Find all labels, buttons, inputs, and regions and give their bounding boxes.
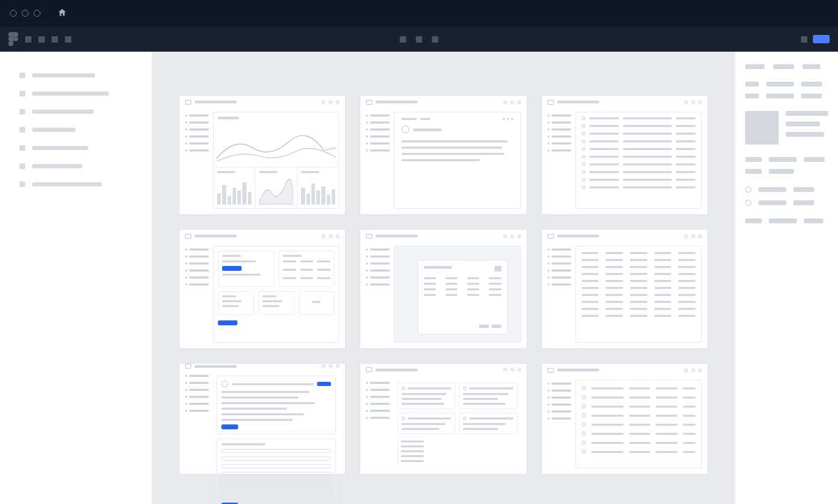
layers-panel xyxy=(0,52,152,504)
confirm-button xyxy=(492,325,501,328)
layer-item[interactable] xyxy=(20,181,132,187)
frame-header xyxy=(360,364,526,376)
color-swatch[interactable] xyxy=(745,111,779,144)
tool-text-icon[interactable] xyxy=(65,36,71,43)
window-titlebar xyxy=(0,0,838,27)
share-button[interactable] xyxy=(813,35,830,43)
minimize-icon[interactable] xyxy=(22,10,29,17)
radio-icon[interactable] xyxy=(745,200,751,206)
layer-icon xyxy=(20,91,25,96)
frame-title xyxy=(195,101,237,103)
frame-header xyxy=(542,364,707,376)
frame-detail[interactable] xyxy=(360,95,527,215)
frame-content xyxy=(575,246,702,343)
inspector-tabs[interactable] xyxy=(745,64,828,69)
file-name-placeholder[interactable] xyxy=(416,36,422,43)
image-placeholder-icon xyxy=(494,266,501,272)
app-toolbar xyxy=(0,27,838,52)
primary-button xyxy=(218,320,237,325)
maximize-icon[interactable] xyxy=(34,10,41,17)
frame-content xyxy=(394,379,520,468)
frame-content xyxy=(213,246,339,343)
canvas[interactable] xyxy=(152,52,735,504)
frame-content xyxy=(575,380,702,468)
frame-header xyxy=(360,96,526,108)
frame-content xyxy=(575,112,702,209)
frame-list[interactable] xyxy=(541,363,708,475)
frame-header xyxy=(542,230,707,242)
mini-sidebar xyxy=(185,246,209,343)
layer-label xyxy=(32,73,95,77)
layer-item[interactable] xyxy=(20,109,132,114)
avatar-icon xyxy=(402,126,409,133)
toolbar-left xyxy=(8,32,71,46)
tool-frame-icon[interactable] xyxy=(38,36,45,43)
inspector-panel xyxy=(735,52,838,504)
frame-profile[interactable] xyxy=(179,363,346,475)
layer-icon xyxy=(20,109,25,114)
mini-sidebar xyxy=(185,112,209,209)
frame-content xyxy=(213,372,339,504)
frame-content xyxy=(213,112,339,209)
radio-icon[interactable] xyxy=(745,186,751,193)
frame-cards[interactable] xyxy=(360,363,527,475)
avatar-icon xyxy=(221,380,228,387)
layer-icon xyxy=(20,163,25,169)
mini-sidebar xyxy=(366,246,390,343)
mini-sidebar xyxy=(185,372,209,504)
frame-header xyxy=(542,96,707,108)
traffic-lights[interactable] xyxy=(10,10,41,17)
toolbar-center xyxy=(400,36,439,43)
frame-header xyxy=(360,230,526,242)
frame-header xyxy=(179,364,345,369)
tool-shape-icon[interactable] xyxy=(52,36,58,43)
home-icon[interactable] xyxy=(57,8,67,20)
tab-design[interactable] xyxy=(745,64,765,69)
layer-item[interactable] xyxy=(20,127,132,133)
layer-label xyxy=(32,146,88,150)
layer-item[interactable] xyxy=(20,145,132,151)
layer-item[interactable] xyxy=(20,73,132,78)
layer-icon xyxy=(20,73,25,78)
layer-item[interactable] xyxy=(20,91,132,96)
figma-logo-icon[interactable] xyxy=(8,32,18,46)
mini-sidebar xyxy=(547,246,571,343)
cancel-button xyxy=(479,325,489,328)
frame-header xyxy=(179,230,345,242)
layer-label xyxy=(32,91,109,96)
frame-table[interactable] xyxy=(541,95,708,215)
layer-label xyxy=(32,110,94,114)
layer-label xyxy=(32,182,102,186)
frame-table-2[interactable] xyxy=(541,229,708,349)
primary-button xyxy=(222,266,242,271)
line-chart-icon xyxy=(216,131,336,164)
frame-modal[interactable] xyxy=(360,229,527,349)
area-chart-icon xyxy=(259,176,293,205)
modal xyxy=(418,260,508,334)
file-name-placeholder[interactable] xyxy=(400,36,406,43)
layer-label xyxy=(32,128,75,132)
primary-button xyxy=(317,382,331,386)
mini-sidebar xyxy=(547,112,571,209)
toolbar-right xyxy=(801,35,830,43)
mini-sidebar xyxy=(366,112,390,209)
tab-inspect[interactable] xyxy=(802,64,821,69)
layer-label xyxy=(32,164,82,168)
primary-button xyxy=(221,424,238,429)
file-name-placeholder[interactable] xyxy=(432,36,439,43)
avatar-icon[interactable] xyxy=(801,36,807,43)
close-icon[interactable] xyxy=(10,10,17,17)
frame-content xyxy=(394,112,520,209)
frame-content xyxy=(394,246,520,343)
inspector-section xyxy=(745,111,828,144)
inspector-section xyxy=(745,82,828,98)
layer-icon xyxy=(20,181,25,187)
frame-dashboard[interactable] xyxy=(179,229,346,349)
frame-header xyxy=(179,96,345,108)
mini-sidebar xyxy=(547,380,571,468)
tool-move-icon[interactable] xyxy=(25,36,31,43)
frame-analytics[interactable] xyxy=(179,95,346,215)
tab-prototype[interactable] xyxy=(773,64,794,69)
inspector-section xyxy=(745,186,828,206)
layer-item[interactable] xyxy=(20,163,132,169)
